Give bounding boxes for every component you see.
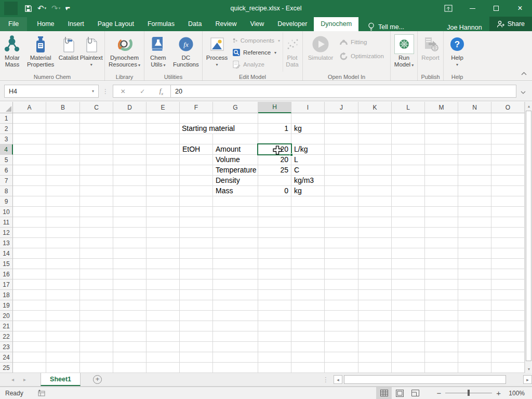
undo-button[interactable]: ↶▾ bbox=[36, 4, 48, 13]
tab-review[interactable]: Review bbox=[208, 17, 243, 31]
select-all-button[interactable] bbox=[0, 102, 13, 113]
help-dropdown-icon[interactable]: ▾ bbox=[456, 62, 458, 67]
simulator-button[interactable]: Simulator bbox=[304, 32, 337, 72]
row-header-12[interactable]: 12 bbox=[0, 228, 13, 238]
cell-G4[interactable]: Amount bbox=[214, 144, 258, 154]
column-header-L[interactable]: L bbox=[392, 102, 425, 113]
chem-utils-button[interactable]: Chem Utils▾ bbox=[145, 32, 171, 72]
insert-function-button[interactable]: fx bbox=[159, 87, 164, 96]
zoom-level[interactable]: 100% bbox=[505, 390, 532, 397]
row-header-10[interactable]: 10 bbox=[0, 207, 13, 217]
row-header-23[interactable]: 23 bbox=[0, 342, 13, 352]
cell-F4[interactable]: EtOH bbox=[180, 144, 212, 154]
tab-bar-resizer[interactable]: ⋮ bbox=[323, 376, 334, 383]
row-header-22[interactable]: 22 bbox=[0, 331, 13, 342]
new-sheet-button[interactable]: + bbox=[93, 375, 102, 384]
chem-utils-dropdown-icon[interactable]: ▾ bbox=[164, 63, 166, 68]
scroll-up-button[interactable]: ▴ bbox=[525, 102, 532, 110]
minimize-button[interactable] bbox=[460, 0, 484, 17]
column-header-H[interactable]: H bbox=[258, 102, 291, 113]
cell-G6[interactable]: Temperature bbox=[214, 165, 258, 175]
row-header-11[interactable]: 11 bbox=[0, 217, 13, 228]
scroll-down-button[interactable]: ▾ bbox=[525, 365, 532, 373]
ribbon-display-options-button[interactable] bbox=[436, 0, 460, 17]
row-header-9[interactable]: 9 bbox=[0, 196, 13, 207]
tab-view[interactable]: View bbox=[243, 17, 271, 31]
horizontal-scroll-thumb[interactable] bbox=[344, 375, 506, 384]
tab-file[interactable]: File bbox=[0, 17, 27, 31]
cell-G5[interactable]: Volume bbox=[214, 155, 258, 165]
confirm-entry-button[interactable]: ✓ bbox=[140, 88, 145, 95]
save-button[interactable] bbox=[23, 5, 34, 12]
row-header-25[interactable]: 25 bbox=[0, 363, 13, 373]
cell-I8[interactable]: kg bbox=[292, 186, 324, 196]
run-model-dropdown-icon[interactable]: ▾ bbox=[411, 63, 414, 68]
tab-developer[interactable]: Developer bbox=[271, 17, 314, 31]
tab-dynochem[interactable]: Dynochem bbox=[314, 17, 358, 31]
analyze-button[interactable]: Analyze bbox=[230, 59, 282, 70]
close-button[interactable]: × bbox=[508, 0, 532, 17]
row-header-17[interactable]: 17 bbox=[0, 280, 13, 290]
column-header-I[interactable]: I bbox=[291, 102, 325, 113]
row-header-16[interactable]: 16 bbox=[0, 269, 13, 280]
row-header-2[interactable]: 2 bbox=[0, 124, 13, 134]
tab-home[interactable]: Home bbox=[30, 17, 61, 31]
tab-data[interactable]: Data bbox=[181, 17, 208, 31]
column-header-C[interactable]: C bbox=[80, 102, 113, 113]
process-button[interactable]: Process ▾ bbox=[204, 32, 230, 72]
redo-dropdown-icon[interactable]: ▾ bbox=[59, 6, 61, 10]
vertical-scroll-thumb[interactable] bbox=[526, 111, 531, 361]
column-header-N[interactable]: N bbox=[458, 102, 491, 113]
row-header-21[interactable]: 21 bbox=[0, 321, 13, 331]
prev-sheet-button[interactable]: ◂ bbox=[11, 377, 14, 382]
fitting-button[interactable]: Fitting bbox=[337, 37, 389, 47]
row-header-20[interactable]: 20 bbox=[0, 311, 13, 321]
zoom-out-button[interactable]: − bbox=[432, 389, 445, 397]
column-header-E[interactable]: E bbox=[147, 102, 180, 113]
row-header-7[interactable]: 7 bbox=[0, 176, 13, 186]
cell-H2[interactable]: 1 bbox=[259, 124, 291, 134]
tab-formulas[interactable]: Formulas bbox=[141, 17, 181, 31]
formula-bar-resizer[interactable]: ⋮ bbox=[99, 88, 113, 95]
row-header-24[interactable]: 24 bbox=[0, 352, 13, 363]
next-sheet-button[interactable]: ▸ bbox=[23, 377, 26, 382]
page-layout-view-button[interactable] bbox=[392, 387, 407, 399]
collapse-ribbon-button[interactable] bbox=[521, 68, 527, 77]
dynochem-resources-dropdown-icon[interactable]: ▾ bbox=[138, 63, 140, 68]
name-box[interactable]: H4 ▾ bbox=[4, 85, 99, 98]
report-button[interactable]: Report bbox=[419, 32, 442, 72]
row-header-13[interactable]: 13 bbox=[0, 238, 13, 248]
row-header-18[interactable]: 18 bbox=[0, 290, 13, 300]
customize-qat-button[interactable]: ▬▾ bbox=[64, 6, 71, 10]
cell-H5[interactable]: 20 bbox=[259, 155, 291, 165]
signed-in-user[interactable]: Joe Hannon bbox=[447, 24, 482, 31]
cell-I4[interactable]: L/kg bbox=[292, 144, 324, 154]
column-header-G[interactable]: G bbox=[213, 102, 258, 113]
row-header-5[interactable]: 5 bbox=[0, 155, 13, 165]
material-properties-button[interactable]: Material Properties bbox=[23, 32, 58, 72]
tab-insert[interactable]: Insert bbox=[61, 17, 91, 31]
process-dropdown-icon[interactable]: ▾ bbox=[216, 62, 218, 67]
sheet-tab-sheet1[interactable]: Sheet1 bbox=[41, 373, 81, 386]
run-model-button[interactable]: Run Model▾ bbox=[392, 32, 416, 72]
row-header-14[interactable]: 14 bbox=[0, 248, 13, 259]
zoom-slider[interactable] bbox=[445, 393, 492, 393]
vertical-scrollbar[interactable]: ▴ ▾ bbox=[525, 102, 532, 373]
cell-I5[interactable]: L bbox=[292, 155, 324, 165]
macro-record-button[interactable] bbox=[38, 390, 45, 396]
components-button[interactable]: Components▾ bbox=[230, 35, 282, 46]
column-header-M[interactable]: M bbox=[425, 102, 458, 113]
fill-handle[interactable] bbox=[290, 153, 293, 156]
cell-F2[interactable]: Starting material bbox=[182, 124, 235, 134]
expand-formula-bar-button[interactable] bbox=[516, 87, 528, 96]
plaintext-dropdown-icon[interactable]: ▾ bbox=[90, 62, 92, 67]
dc-functions-button[interactable]: fx DC Functions bbox=[171, 32, 201, 72]
share-button[interactable]: Share bbox=[489, 17, 532, 31]
molar-mass-button[interactable]: Molar Mass bbox=[1, 32, 23, 72]
column-header-A[interactable]: A bbox=[13, 102, 46, 113]
redo-button[interactable]: ↷▾ bbox=[50, 4, 62, 13]
column-header-O[interactable]: O bbox=[491, 102, 525, 113]
scroll-left-button[interactable]: ◂ bbox=[334, 375, 342, 384]
zoom-in-button[interactable]: + bbox=[492, 389, 505, 397]
formula-input[interactable]: 20 bbox=[171, 85, 516, 98]
